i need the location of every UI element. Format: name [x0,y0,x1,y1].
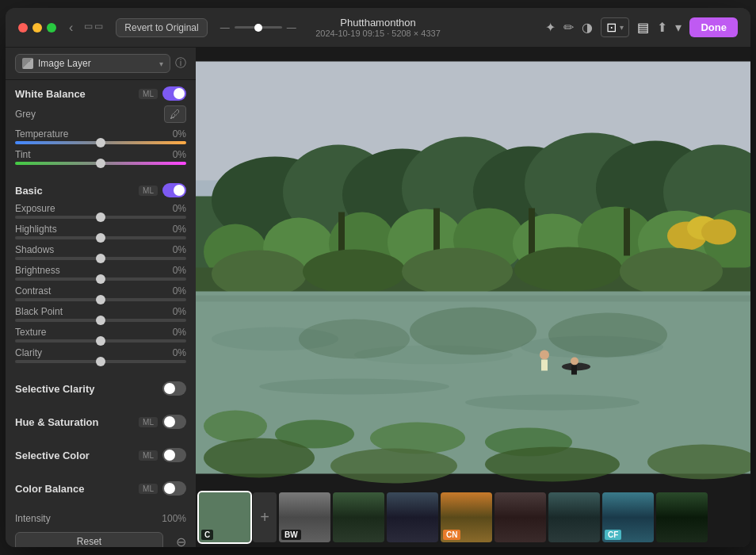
svg-point-43 [204,411,267,442]
layer-icon [22,58,33,69]
texture-label: Texture [15,327,46,338]
black-point-value: 0% [173,306,186,317]
filmstrip-item-dark4[interactable] [548,492,600,542]
temperature-value: 0% [173,128,186,140]
grey-label: Grey [15,109,164,120]
selective-clarity-toggle[interactable] [162,381,186,396]
filmstrip: C + BW CN [196,488,750,547]
selective-clarity-header: Selective Clarity [6,375,196,399]
highlights-thumb[interactable] [96,233,105,243]
filmstrip-item-dark1[interactable] [333,492,384,542]
basic-header: Basic ML [6,177,196,201]
mask-icon[interactable]: ◑ [582,20,593,35]
zoom-slider[interactable] [235,26,282,29]
temperature-thumb[interactable] [96,138,105,147]
eyedropper-button[interactable]: 🖊 [164,105,186,123]
clarity-thumb[interactable] [96,357,105,366]
revert-button[interactable]: Revert to Original [116,18,207,37]
color-balance-header: Color Balance ML [6,475,196,499]
temperature-slider-row: Temperature 0% [6,126,196,147]
layer-label: Image Layer [38,58,91,69]
landscape-photo [196,48,750,488]
exposure-slider-row: Exposure 0% [6,201,196,221]
back-button[interactable]: ‹ [66,19,76,36]
auto-enhance-icon[interactable]: ✦ [545,20,556,35]
svg-rect-22 [529,209,535,260]
done-button[interactable]: Done [689,17,738,37]
remove-icon[interactable]: ⊖ [176,534,186,548]
contrast-thumb[interactable] [96,295,105,304]
highlights-slider[interactable] [15,236,186,239]
film-label-bw: BW [281,530,301,540]
filmstrip-item-c[interactable]: C [199,492,250,542]
contrast-label: Contrast [15,285,51,297]
reset-button[interactable]: Reset [15,532,163,547]
selective-clarity-title: Selective Clarity [15,383,162,395]
svg-rect-51 [571,366,577,375]
contrast-value: 0% [173,285,186,297]
main-content: Image Layer ▾ ⓘ White Balance ML Grey 🖊 … [6,48,750,547]
edit-icon[interactable]: ✏ [563,20,574,35]
white-balance-ml-badge: ML [139,89,158,99]
texture-value: 0% [173,327,186,338]
hue-saturation-toggle[interactable] [162,415,186,429]
basic-toggle[interactable] [162,183,186,197]
crop-box[interactable]: ⊡ ▾ [601,17,629,37]
svg-rect-48 [541,360,548,371]
svg-point-47 [540,350,549,360]
crop-dropdown-icon[interactable]: ▾ [620,23,624,32]
brightness-thumb[interactable] [96,274,105,284]
black-point-slider[interactable] [15,319,186,322]
shadows-slider[interactable] [15,257,186,260]
close-button[interactable] [18,23,28,33]
layer-dropdown[interactable]: Image Layer ▾ [15,54,170,73]
forward-button[interactable]: ▭▭ [81,19,106,36]
contrast-slider[interactable] [15,298,186,301]
svg-point-30 [402,248,513,296]
temperature-slider[interactable] [15,141,186,144]
film-label-cf: CF [605,530,621,540]
sidebar: Image Layer ▾ ⓘ White Balance ML Grey 🖊 … [6,48,196,547]
clarity-slider[interactable] [15,360,186,363]
texture-slider[interactable] [15,339,186,343]
color-balance-toggle[interactable] [162,481,186,496]
shadows-thumb[interactable] [96,254,105,263]
clarity-label: Clarity [15,347,42,358]
svg-point-42 [548,313,667,358]
file-info: Phutthamonthon 2024-10-19 09:15 · 5208 ×… [315,17,441,38]
minimize-button[interactable] [32,23,42,33]
basic-title: Basic [15,185,139,197]
white-balance-toggle[interactable] [162,86,186,101]
brightness-label: Brightness [15,265,60,276]
clarity-slider-row: Clarity 0% [6,345,196,366]
black-point-label: Black Point [15,306,63,317]
filmstrip-item-cf[interactable]: CF [602,492,654,542]
filmstrip-item-cn[interactable]: CN [441,492,492,542]
exposure-slider[interactable] [15,216,186,219]
filmstrip-item-dark3[interactable] [494,492,546,542]
filmstrip-add-button[interactable]: + [253,492,277,542]
brightness-slider[interactable] [15,278,186,281]
adjust-icon[interactable]: ▤ [637,20,649,35]
layer-selector: Image Layer ▾ ⓘ [6,48,196,80]
filmstrip-item-bw[interactable]: BW [279,492,330,542]
selective-color-toggle[interactable] [162,448,186,462]
black-point-thumb[interactable] [96,316,105,325]
exposure-thumb[interactable] [96,212,105,222]
svg-rect-23 [624,209,630,256]
traffic-lights [18,23,56,33]
filmstrip-item-dark5[interactable] [656,492,708,542]
color-balance-ml-badge: ML [139,484,158,494]
tint-thumb[interactable] [96,159,105,168]
tint-slider[interactable] [15,162,186,165]
share-dropdown-icon[interactable]: ▾ [675,20,682,35]
layer-info-button[interactable]: ⓘ [175,56,186,71]
tint-value: 0% [173,149,186,160]
film-label-c: C [201,530,213,540]
share-icon[interactable]: ⬆ [657,20,667,35]
selective-color-ml-badge: ML [139,450,158,461]
filmstrip-item-dark2[interactable] [387,492,438,542]
white-balance-title: White Balance [15,88,139,100]
texture-thumb[interactable] [96,336,105,346]
maximize-button[interactable] [47,23,56,33]
